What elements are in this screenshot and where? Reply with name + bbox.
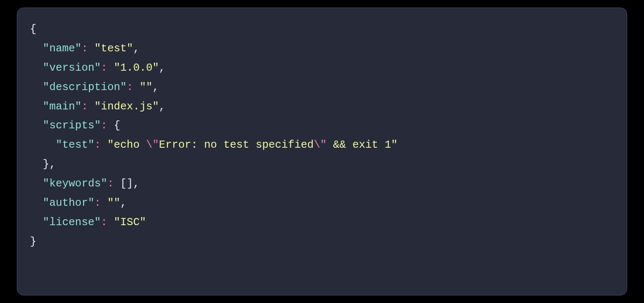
token-key: "test"	[56, 139, 94, 151]
token-plain	[88, 101, 94, 113]
token-colon: :	[101, 62, 107, 74]
token-string: ""	[140, 81, 153, 93]
token-key: "keywords"	[43, 178, 107, 190]
token-punct: ,	[159, 62, 165, 74]
token-plain	[30, 81, 43, 93]
token-string: "1.0.0"	[114, 62, 159, 74]
token-punct: {	[30, 23, 36, 35]
token-plain	[30, 43, 43, 55]
token-key: "scripts"	[43, 120, 101, 132]
token-plain	[107, 120, 114, 132]
token-punct: ,	[133, 43, 140, 55]
token-plain	[101, 139, 107, 151]
token-colon: :	[94, 197, 101, 209]
token-key: "version"	[43, 62, 101, 74]
token-string: "index.js"	[94, 101, 159, 113]
token-plain	[133, 81, 140, 93]
token-string: "ISC"	[114, 216, 146, 229]
token-key: "description"	[43, 81, 127, 93]
token-plain	[30, 197, 43, 209]
token-plain	[107, 62, 114, 74]
token-punct: [],	[120, 178, 140, 190]
token-escape: \"	[146, 139, 159, 151]
token-key: "license"	[43, 216, 101, 229]
token-string: "test"	[94, 43, 133, 55]
token-string: "echo	[107, 139, 146, 151]
token-colon: :	[127, 81, 133, 93]
token-plain	[114, 178, 120, 190]
token-plain	[88, 43, 94, 55]
token-colon: :	[81, 43, 88, 55]
code-content[interactable]: { "name": "test", "version": "1.0.0", "d…	[30, 20, 614, 252]
token-plain	[30, 158, 43, 170]
token-plain	[30, 62, 43, 74]
token-plain	[107, 216, 114, 229]
token-colon: :	[101, 120, 107, 132]
token-string: && exit 1"	[327, 139, 397, 151]
token-key: "main"	[43, 101, 82, 113]
token-plain	[30, 101, 43, 113]
token-key: "name"	[43, 43, 82, 55]
token-colon: :	[101, 216, 107, 229]
token-colon: :	[81, 101, 88, 113]
token-punct: {	[114, 120, 120, 132]
token-plain	[30, 178, 43, 190]
token-colon: :	[94, 139, 101, 151]
token-plain	[30, 216, 43, 229]
token-plain	[30, 120, 43, 132]
token-escape: \"	[314, 139, 327, 151]
token-punct: }	[30, 236, 36, 248]
token-plain	[101, 197, 107, 209]
token-punct: },	[43, 158, 56, 170]
code-block: { "name": "test", "version": "1.0.0", "d…	[17, 8, 627, 295]
token-punct: ,	[159, 101, 165, 113]
token-string: ""	[107, 197, 121, 209]
token-string: Error: no test specified	[159, 139, 314, 151]
token-punct: ,	[153, 81, 159, 93]
token-plain	[30, 139, 56, 151]
token-punct: ,	[120, 197, 126, 209]
token-colon: :	[107, 178, 114, 190]
token-key: "author"	[43, 197, 94, 209]
